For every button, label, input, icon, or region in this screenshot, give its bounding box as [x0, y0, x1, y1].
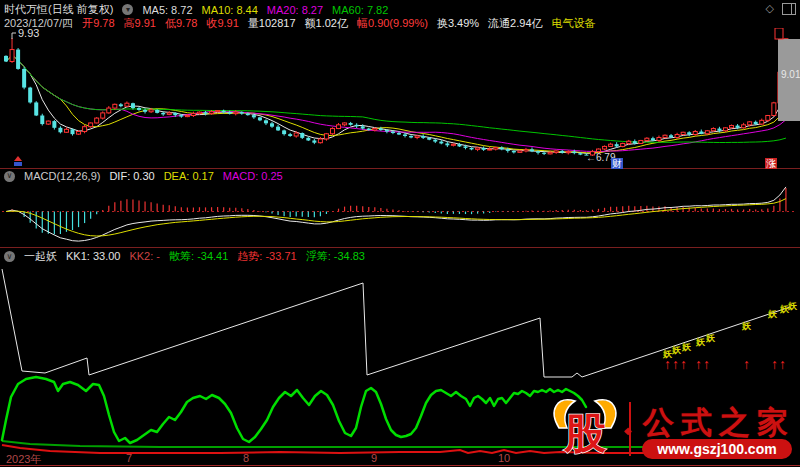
- axis-label-1: 7: [126, 452, 132, 464]
- axis-label-3: 9: [371, 452, 377, 464]
- macd-chart[interactable]: [0, 182, 800, 248]
- watermark-site-name: 公式之家: [643, 402, 795, 444]
- stock-title: 时代万恒(日线 前复权): [4, 2, 113, 17]
- axis-label-2: 8: [243, 452, 249, 464]
- svg-text:↑: ↑: [779, 356, 786, 372]
- svg-text:妖: 妖: [695, 337, 706, 347]
- collapse-icon[interactable]: ∨: [4, 171, 15, 182]
- macd-dea-value: DEA: 0.17: [164, 170, 214, 182]
- svg-text:↑: ↑: [771, 356, 778, 372]
- bull-char: 股: [563, 410, 607, 457]
- event-badge-zhang[interactable]: 涨: [765, 158, 777, 169]
- ma-label-3: MA60: 7.82: [332, 4, 388, 16]
- svg-text:↑: ↑: [743, 356, 750, 372]
- svg-text:↑: ↑: [664, 356, 671, 372]
- svg-text:妖: 妖: [681, 342, 692, 352]
- candlestick-chart[interactable]: 9.93←6.799.01←: [0, 28, 800, 168]
- svg-text:妖: 妖: [671, 345, 682, 355]
- main-header-row: 时代万恒(日线 前复权) ▾ MA5: 8.72MA10: 8.44MA20: …: [4, 2, 406, 17]
- watermark: 股 ◆ 公式之家 www.gszj100.com: [545, 392, 800, 467]
- svg-text:↑: ↑: [672, 356, 679, 372]
- ma-labels: MA5: 8.72MA10: 8.44MA20: 8.27MA60: 7.82: [142, 4, 397, 16]
- macd-macd-value: MACD: 0.25: [223, 170, 283, 182]
- watermark-url: www.gszj100.com: [657, 441, 776, 457]
- ma-label-2: MA20: 8.27: [267, 4, 323, 16]
- svg-text:妖: 妖: [705, 333, 716, 343]
- watermark-url-pill: www.gszj100.com: [642, 439, 792, 459]
- macd-title: MACD(12,26,9): [24, 170, 100, 182]
- svg-text:9.93: 9.93: [18, 28, 39, 39]
- axis-label-0: 2023年: [6, 452, 41, 467]
- ma-label-0: MA5: 8.72: [142, 4, 192, 16]
- macd-header-row: ∨ MACD(12,26,9) DIF: 0.30 DEA: 0.17 MACD…: [4, 170, 292, 182]
- svg-text:↑: ↑: [680, 356, 687, 372]
- diamond-icon[interactable]: ◇: [766, 2, 774, 15]
- watermark-diamond-icon: ◆: [624, 425, 632, 436]
- axis-label-4: 10: [498, 452, 510, 464]
- window-icon[interactable]: [782, 3, 796, 15]
- ma-label-1: MA10: 8.44: [202, 4, 258, 16]
- svg-text:↑: ↑: [703, 356, 710, 372]
- flag-marker-icon: [14, 156, 22, 166]
- bull-logo-icon: 股: [547, 392, 625, 462]
- separator-line: [0, 168, 800, 169]
- settings-icon[interactable]: ▾: [122, 4, 133, 15]
- svg-text:妖: 妖: [741, 321, 752, 331]
- titlebar-icons: ◇: [766, 2, 796, 15]
- svg-text:妖: 妖: [787, 301, 798, 311]
- separator-line-2: [0, 247, 800, 248]
- stock-app-window: 时代万恒(日线 前复权) ▾ MA5: 8.72MA10: 8.44MA20: …: [0, 0, 800, 467]
- event-badge-cai[interactable]: 财: [611, 158, 623, 169]
- svg-text:9.01←: 9.01←: [781, 69, 800, 80]
- svg-text:↑: ↑: [695, 356, 702, 372]
- macd-dif-value: DIF: 0.30: [109, 170, 154, 182]
- svg-text:妖: 妖: [767, 309, 778, 319]
